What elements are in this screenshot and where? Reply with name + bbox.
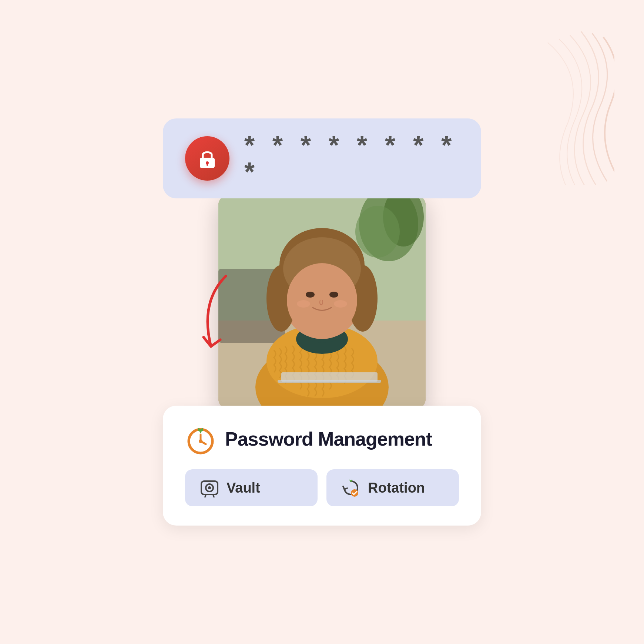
svg-point-7 [355, 206, 400, 258]
svg-point-29 [199, 439, 202, 443]
feature-chips: Vault Rotation [185, 469, 459, 506]
svg-point-22 [297, 300, 310, 308]
vault-label: Vault [227, 480, 260, 496]
person-illustration [218, 195, 426, 409]
rotation-icon [341, 478, 360, 497]
svg-rect-2 [207, 163, 208, 166]
rotation-label: Rotation [368, 480, 425, 496]
vault-icon [200, 478, 219, 497]
card-title: Password Management [225, 428, 432, 450]
svg-line-34 [205, 494, 206, 497]
password-bar: * * * * * * * * * [163, 118, 481, 198]
svg-rect-25 [281, 372, 378, 382]
lock-icon-circle [185, 136, 229, 181]
svg-point-33 [208, 486, 211, 489]
brand-icon [185, 423, 216, 455]
info-card: Password Management Vault [163, 406, 481, 526]
vault-chip[interactable]: Vault [185, 469, 318, 506]
svg-point-23 [334, 300, 347, 308]
password-field: * * * * * * * * * [244, 132, 459, 185]
card-title-row: Password Management [185, 423, 459, 455]
svg-point-21 [329, 292, 338, 298]
svg-line-35 [213, 494, 214, 497]
decorative-swirl [485, 30, 614, 185]
lock-icon [195, 147, 219, 170]
person-photo [218, 195, 426, 409]
curved-arrow [189, 272, 248, 361]
svg-point-20 [306, 292, 315, 298]
main-card: * * * * * * * * * [155, 118, 489, 526]
svg-point-19 [287, 263, 357, 337]
rotation-chip[interactable]: Rotation [326, 469, 459, 506]
